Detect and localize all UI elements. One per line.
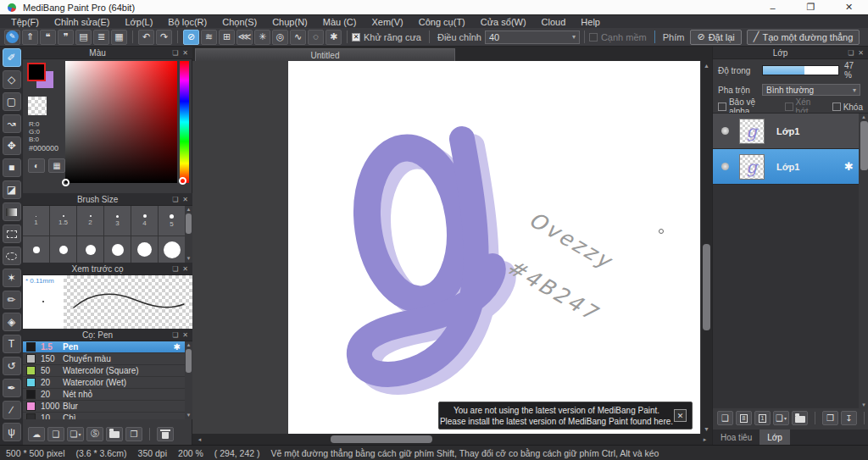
brush-size-option[interactable]: 5 bbox=[159, 206, 185, 236]
upload-brush-button[interactable]: ☁ bbox=[28, 427, 45, 441]
brush-size-option[interactable]: 1.5 bbox=[50, 206, 76, 236]
snap-radial-button[interactable]: ✳ bbox=[254, 30, 270, 45]
menu-select[interactable]: Chọn(S) bbox=[214, 17, 264, 27]
brush-item[interactable]: 150 Chuyển màu bbox=[23, 353, 192, 365]
scroll-right-icon[interactable]: ▸ bbox=[699, 436, 710, 443]
brush-item[interactable]: 20 Watercolor (Wet) bbox=[23, 377, 192, 389]
palette-button[interactable]: ◐ bbox=[28, 158, 45, 173]
scroll-up-icon[interactable]: ▲ bbox=[701, 63, 712, 69]
script-brush-button[interactable]: Ⓢ bbox=[86, 427, 103, 441]
menu-cloud[interactable]: Cloud bbox=[534, 17, 574, 27]
brush-size-option[interactable] bbox=[77, 236, 103, 263]
menu-window[interactable]: Cửa sổ(W) bbox=[473, 17, 534, 27]
clipping-checkbox[interactable] bbox=[785, 103, 793, 111]
scroll-left-icon[interactable]: ◂ bbox=[194, 436, 205, 443]
scroll-up-icon[interactable]: ▲ bbox=[186, 341, 192, 349]
brush-size-option[interactable] bbox=[131, 236, 158, 263]
snap-curve-button[interactable]: ∿ bbox=[290, 30, 306, 45]
publish-button[interactable]: ⇑ bbox=[22, 30, 38, 45]
canvas-vertical-scrollbar[interactable]: ▲ ▼ bbox=[701, 61, 712, 434]
cloud-save-button[interactable]: ✎ bbox=[4, 30, 20, 45]
foreground-color-swatch[interactable] bbox=[27, 63, 46, 81]
notification-close-button[interactable]: ✕ bbox=[674, 409, 687, 422]
brush-size-scrollbar[interactable]: ▲ ▼ bbox=[185, 206, 192, 263]
scroll-down-icon[interactable]: ▼ bbox=[186, 255, 192, 263]
popup-panel-icon[interactable]: ❏ bbox=[848, 49, 854, 57]
text-tool[interactable]: T bbox=[3, 335, 21, 353]
layer-row-selected[interactable]: g Lớp1 ✱ bbox=[713, 149, 868, 185]
snap-settings-button[interactable]: ✱ bbox=[326, 30, 342, 45]
reset-button[interactable]: ⊘ Đặt lại bbox=[690, 30, 741, 45]
brush-item[interactable]: 50 Watercolor (Square) bbox=[23, 365, 192, 377]
brush-size-option[interactable]: 3 bbox=[104, 206, 131, 236]
popup-panel-icon[interactable]: ❏ bbox=[172, 265, 178, 273]
scrollbar-thumb[interactable] bbox=[703, 244, 710, 330]
saturation-value-picker[interactable] bbox=[65, 61, 177, 183]
popup-panel-icon[interactable]: ❏ bbox=[172, 331, 178, 339]
polyline-tool[interactable]: ↝ bbox=[3, 114, 21, 133]
snap-parallel-button[interactable]: ≋ bbox=[201, 30, 217, 45]
layer-row[interactable]: g Lớp1 bbox=[713, 114, 868, 149]
scroll-up-icon[interactable]: ▲ bbox=[861, 114, 866, 121]
lock-checkbox[interactable] bbox=[832, 103, 841, 111]
select-eraser-tool[interactable]: ◈ bbox=[3, 313, 21, 331]
snap-ellipse-button[interactable]: ◌ bbox=[308, 30, 324, 45]
correction-select[interactable]: 40 ▾ bbox=[485, 30, 580, 44]
gear-icon[interactable]: ✱ bbox=[174, 342, 181, 352]
add-brush-button[interactable]: ❑ bbox=[47, 427, 64, 441]
layer-visibility-icon[interactable] bbox=[721, 163, 729, 170]
eraser-tool[interactable]: ◇ bbox=[3, 70, 21, 89]
save-brush-button[interactable]: ❏▾ bbox=[67, 427, 84, 441]
brush-item[interactable]: 1000 Blur bbox=[23, 401, 192, 413]
select-pen-tool[interactable]: ✏ bbox=[3, 291, 21, 309]
delete-brush-button[interactable] bbox=[157, 427, 174, 441]
snap-off-button[interactable]: ⊘ bbox=[183, 30, 199, 45]
brush-tool[interactable]: ✐ bbox=[3, 48, 21, 67]
menu-filter[interactable]: Bộ lọc(R) bbox=[160, 17, 214, 27]
close-panel-icon[interactable]: ✕ bbox=[182, 265, 188, 273]
fill-rect-tool[interactable]: ■ bbox=[3, 158, 21, 177]
menu-snap[interactable]: Chụp(N) bbox=[264, 17, 315, 27]
tab-navigator[interactable]: Hoa tiêu bbox=[713, 430, 760, 445]
add-special-layer-button[interactable]: ❑▾ bbox=[773, 411, 789, 425]
brush-item-pen[interactable]: 1.5 Pen ✱ bbox=[23, 341, 192, 353]
duplicate-brush-button[interactable]: ❐ bbox=[125, 427, 142, 441]
brush-list-scrollbar[interactable]: ▲ ▼ bbox=[185, 341, 192, 419]
opacity-slider[interactable] bbox=[762, 65, 839, 75]
sv-cursor[interactable] bbox=[62, 179, 70, 186]
close-button[interactable]: ✕ bbox=[830, 0, 868, 14]
add-layer-button[interactable]: ❑ bbox=[717, 411, 733, 425]
brush-folder-button[interactable] bbox=[106, 427, 123, 441]
menu-view[interactable]: Xem(V) bbox=[364, 17, 410, 27]
duplicate-layer-button[interactable]: ❐ bbox=[822, 411, 838, 425]
gradient-tool[interactable] bbox=[3, 202, 21, 221]
restore-button[interactable]: ❐ bbox=[792, 0, 830, 14]
lasso-tool[interactable] bbox=[3, 247, 21, 265]
scrollbar-thumb[interactable] bbox=[186, 349, 192, 373]
brush-size-option[interactable] bbox=[159, 236, 185, 263]
soft-edge-checkbox[interactable] bbox=[589, 33, 598, 42]
divide-tool[interactable]: ∕ bbox=[3, 401, 21, 419]
minimize-button[interactable]: – bbox=[754, 0, 792, 14]
brush-size-option[interactable] bbox=[23, 236, 49, 263]
add-1bit-layer-button[interactable]: 1 bbox=[754, 411, 771, 425]
brush-item[interactable]: 20 Nét nhỏ bbox=[23, 389, 192, 401]
comment-button[interactable]: ❝ bbox=[40, 30, 56, 45]
close-panel-icon[interactable]: ✕ bbox=[858, 49, 864, 57]
popup-panel-icon[interactable]: ❏ bbox=[172, 196, 178, 203]
select-rect-tool[interactable] bbox=[3, 224, 21, 243]
tab-layers[interactable]: Lớp bbox=[760, 430, 790, 445]
create-line-button[interactable]: ╱ Tạo một đường thẳng bbox=[747, 30, 860, 45]
color-set-button[interactable]: ▦ bbox=[48, 158, 65, 173]
transparent-color-swatch[interactable] bbox=[28, 97, 47, 115]
add-8bit-layer-button[interactable]: 8 bbox=[736, 411, 752, 425]
brush-size-option[interactable] bbox=[104, 236, 131, 263]
snap-vanishing-button[interactable]: ⋘ bbox=[236, 30, 253, 45]
hand-tool[interactable]: ψ bbox=[3, 423, 21, 441]
redo-button[interactable]: ↷ bbox=[156, 30, 172, 45]
document-button[interactable]: ▤ bbox=[75, 30, 92, 45]
snap-cross-button[interactable]: ⊞ bbox=[219, 30, 235, 45]
scrollbar-thumb[interactable] bbox=[860, 121, 868, 170]
gear-icon[interactable]: ✱ bbox=[844, 160, 854, 173]
menu-edit[interactable]: Chỉnh sửa(E) bbox=[47, 17, 117, 27]
